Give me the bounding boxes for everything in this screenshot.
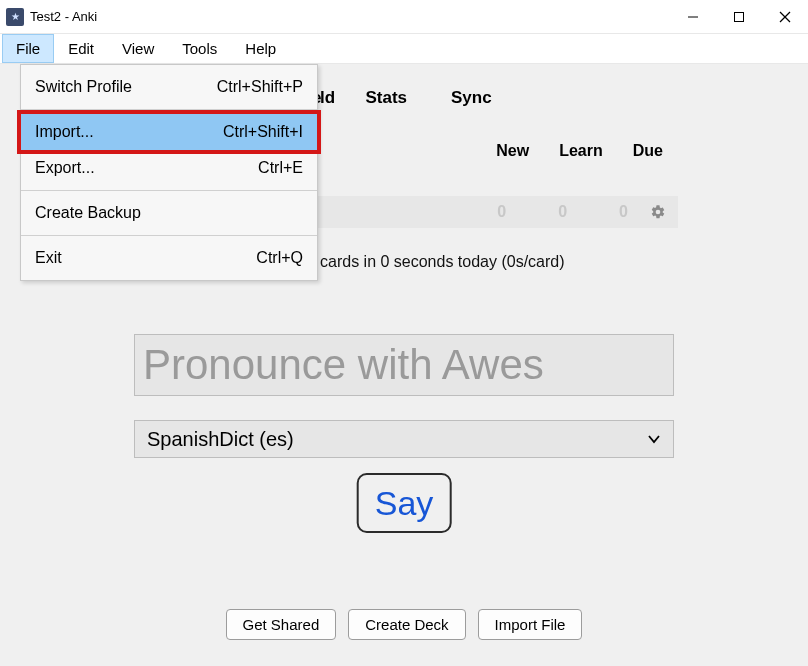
minimize-button[interactable] <box>670 0 716 34</box>
menu-shortcut: Ctrl+Shift+I <box>223 123 303 141</box>
app-icon: ★ <box>6 8 24 26</box>
get-shared-button[interactable]: Get Shared <box>226 609 337 640</box>
language-select[interactable]: SpanishDict (es) <box>134 420 674 458</box>
file-exit[interactable]: Exit Ctrl+Q <box>21 240 317 276</box>
say-button-label: Say <box>375 484 434 523</box>
menu-file[interactable]: File <box>2 34 54 63</box>
col-learn: Learn <box>559 142 603 160</box>
create-deck-button[interactable]: Create Deck <box>348 609 465 640</box>
language-select-value: SpanishDict (es) <box>147 428 294 451</box>
file-menu-dropdown: Switch Profile Ctrl+Shift+P Import... Ct… <box>20 64 318 281</box>
pronounce-input[interactable]: Pronounce with Awes <box>134 334 674 396</box>
menu-label: Switch Profile <box>35 78 132 96</box>
close-button[interactable] <box>762 0 808 34</box>
titlebar: ★ Test2 - Anki <box>0 0 808 34</box>
deck-new-count: 0 <box>497 203 506 221</box>
file-export[interactable]: Export... Ctrl+E <box>21 150 317 186</box>
maximize-button[interactable] <box>716 0 762 34</box>
deck-columns-header: New Learn Due <box>496 142 663 160</box>
deck-learn-count: 0 <box>558 203 567 221</box>
menu-tools[interactable]: Tools <box>168 34 231 63</box>
menu-label: Exit <box>35 249 62 267</box>
menu-label: Import... <box>35 123 94 141</box>
say-button[interactable]: Say <box>357 473 452 533</box>
gear-icon[interactable] <box>650 204 666 220</box>
window-buttons <box>670 0 808 34</box>
bottom-buttons: Get Shared Create Deck Import File <box>0 609 808 640</box>
menu-label: Export... <box>35 159 95 177</box>
window-title: Test2 - Anki <box>30 9 97 24</box>
file-create-backup[interactable]: Create Backup <box>21 195 317 231</box>
nav-sync[interactable]: Sync <box>451 88 492 108</box>
menu-help[interactable]: Help <box>231 34 290 63</box>
nav-links: Browse Stats Sync <box>260 88 808 108</box>
col-new: New <box>496 142 529 160</box>
chevron-down-icon <box>647 432 661 446</box>
deck-counts: 0 0 0 <box>497 203 628 221</box>
deck-due-count: 0 <box>619 203 628 221</box>
menu-edit[interactable]: Edit <box>54 34 108 63</box>
import-file-button[interactable]: Import File <box>478 609 583 640</box>
menu-label: Create Backup <box>35 204 141 222</box>
menu-shortcut: Ctrl+Q <box>256 249 303 267</box>
file-import[interactable]: Import... Ctrl+Shift+I <box>21 114 317 150</box>
menubar: File Edit View Tools Help <box>0 34 808 64</box>
menu-shortcut: Ctrl+Shift+P <box>217 78 303 96</box>
file-switch-profile[interactable]: Switch Profile Ctrl+Shift+P <box>21 69 317 105</box>
studied-today-text: cards in 0 seconds today (0s/card) <box>320 253 565 271</box>
menu-separator <box>21 109 317 110</box>
menu-separator <box>21 190 317 191</box>
menu-shortcut: Ctrl+E <box>258 159 303 177</box>
menu-separator <box>21 235 317 236</box>
menu-view[interactable]: View <box>108 34 168 63</box>
svg-rect-1 <box>735 12 744 21</box>
pronounce-placeholder: Pronounce with Awes <box>143 341 544 389</box>
col-due: Due <box>633 142 663 160</box>
nav-stats[interactable]: Stats <box>365 88 407 108</box>
